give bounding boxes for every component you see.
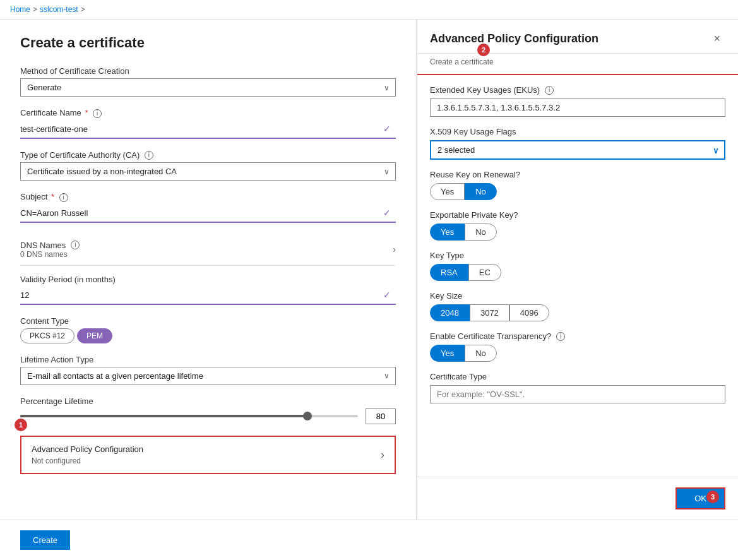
eku-label: Extended Key Usages (EKUs) i (430, 85, 725, 95)
advanced-policy-sub: Not configured (32, 456, 143, 465)
breadcrumb-sep1: > (33, 5, 37, 14)
slider-thumb[interactable] (303, 412, 312, 420)
content-type-toggle-group: PKCS #12 PEM (20, 328, 396, 343)
cert-transparency-label: Enable Certificate Transparency? i (430, 331, 725, 341)
left-panel: Create a certificate Method of Certifica… (0, 20, 417, 520)
eku-input[interactable] (430, 98, 725, 117)
cert-type-group: Certificate Type (430, 372, 725, 403)
badge-2: 2 (477, 44, 490, 56)
advanced-policy-title: Advanced Policy Configuration (32, 444, 143, 454)
ca-type-label: Type of Certificate Authority (CA) i (20, 150, 396, 160)
x509-select[interactable]: 2 selected (430, 140, 725, 160)
method-select-wrapper[interactable]: Generate (20, 78, 396, 97)
validity-check-icon: ✓ (383, 290, 391, 300)
validity-group: Validity Period (in months) ✓ (20, 275, 396, 305)
x509-label: X.509 Key Usage Flags (430, 127, 725, 136)
subject-input[interactable] (20, 205, 396, 222)
key-size-3072-btn[interactable]: 3072 (470, 304, 509, 321)
cert-transparency-info-icon[interactable]: i (556, 332, 565, 341)
cert-transparency-yes-btn[interactable]: Yes (430, 345, 465, 362)
key-type-toggle-group: RSA EC (430, 264, 725, 281)
lifetime-action-select[interactable]: E-mail all contacts at a given percentag… (20, 367, 396, 385)
validity-input-wrapper: ✓ (20, 287, 396, 305)
subject-input-wrapper: ✓ (20, 205, 396, 223)
panel-title: Advanced Policy Configuration (430, 32, 598, 45)
validity-input[interactable] (20, 287, 396, 304)
cert-name-label: Certificate Name * i (20, 108, 396, 118)
subject-group: Subject * i ✓ (20, 192, 396, 223)
reuse-key-no-btn[interactable]: No (465, 183, 497, 200)
x509-group: X.509 Key Usage Flags 2 selected (430, 127, 725, 160)
content-type-pem-btn[interactable]: PEM (77, 328, 112, 343)
key-size-4096-btn[interactable]: 4096 (509, 304, 549, 321)
key-type-group: Key Type RSA EC (430, 251, 725, 281)
page-title: Create a certificate (20, 35, 396, 51)
eku-group: Extended Key Usages (EKUs) i (430, 85, 725, 117)
cert-type-label: Certificate Type (430, 372, 725, 381)
subject-info-icon[interactable]: i (59, 193, 68, 202)
key-type-rsa-btn[interactable]: RSA (430, 264, 468, 281)
key-size-2048-btn[interactable]: 2048 (430, 304, 470, 321)
advanced-policy-chevron-icon[interactable]: › (381, 448, 384, 462)
exportable-no-btn[interactable]: No (465, 223, 497, 241)
percentage-lifetime-group: Percentage Lifetime 80 (20, 396, 396, 424)
cert-name-check-icon: ✓ (383, 124, 391, 134)
dns-count: 0 DNS names (20, 250, 80, 259)
ca-type-select[interactable]: Certificate issued by a non-integrated C… (20, 162, 396, 181)
lifetime-action-select-wrapper[interactable]: E-mail all contacts at a given percentag… (20, 367, 396, 385)
ca-type-info-icon[interactable]: i (145, 151, 153, 160)
eku-info-icon[interactable]: i (545, 86, 554, 95)
validity-label: Validity Period (in months) (20, 275, 396, 284)
lifetime-action-label: Lifetime Action Type (20, 355, 396, 364)
dns-info-icon[interactable]: i (71, 241, 80, 249)
badge-1: 1 (15, 419, 27, 431)
bottom-bar: Create (0, 520, 738, 560)
key-type-label: Key Type (430, 251, 725, 260)
ca-type-select-wrapper[interactable]: Certificate issued by a non-integrated C… (20, 162, 396, 181)
exportable-label: Exportable Private Key? (430, 210, 725, 220)
badge-3: 3 (706, 491, 719, 503)
cert-name-input[interactable] (20, 121, 396, 138)
reuse-key-yes-btn[interactable]: Yes (430, 183, 465, 200)
right-panel: Advanced Policy Configuration × Create a… (417, 20, 738, 520)
percentage-lifetime-label: Percentage Lifetime (20, 396, 396, 406)
panel-footer: OK (417, 477, 738, 520)
x509-select-wrapper[interactable]: 2 selected (430, 140, 725, 160)
close-button[interactable]: × (708, 30, 725, 48)
cert-name-input-wrapper: ✓ (20, 121, 396, 139)
ca-type-group: Type of Certificate Authority (CA) i Cer… (20, 150, 396, 181)
exportable-group: Exportable Private Key? Yes No (430, 210, 725, 241)
key-size-btn-group: 2048 3072 4096 (430, 304, 725, 321)
method-select[interactable]: Generate (20, 78, 396, 97)
slider-row: 80 (20, 408, 396, 424)
dns-names-content: DNS Names i 0 DNS names (20, 241, 80, 259)
cert-type-input[interactable] (430, 385, 725, 403)
advanced-policy-row[interactable]: Advanced Policy Configuration Not config… (20, 436, 396, 474)
content-type-pkcs-btn[interactable]: PKCS #12 (20, 328, 74, 343)
exportable-toggle-group: Yes No (430, 223, 725, 241)
content-type-label: Content Type (20, 316, 396, 326)
dns-names-row[interactable]: DNS Names i 0 DNS names › (20, 234, 396, 266)
subject-required: * (51, 192, 54, 201)
percentage-slider[interactable] (20, 415, 358, 417)
method-group: Method of Certificate Creation Generate (20, 66, 396, 97)
key-size-label: Key Size (430, 291, 725, 301)
breadcrumb-home[interactable]: Home (10, 5, 30, 14)
exportable-yes-btn[interactable]: Yes (430, 223, 465, 241)
panel-content: Extended Key Usages (EKUs) i X.509 Key U… (417, 75, 738, 477)
cert-name-required: * (85, 108, 88, 117)
cert-transparency-toggle-group: Yes No (430, 345, 725, 362)
cert-transparency-no-btn[interactable]: No (465, 345, 497, 362)
breadcrumb-sep2: > (81, 5, 85, 14)
key-size-group: Key Size 2048 3072 4096 (430, 291, 725, 321)
cert-transparency-group: Enable Certificate Transparency? i Yes N… (430, 331, 725, 362)
cert-name-info-icon[interactable]: i (93, 109, 102, 118)
content-type-group: Content Type PKCS #12 PEM (20, 316, 396, 343)
panel-header: Advanced Policy Configuration × (417, 20, 738, 54)
panel-subtitle: Create a certificate (417, 54, 738, 75)
breadcrumb-vault[interactable]: sslcom-test (40, 5, 78, 14)
create-button[interactable]: Create (20, 530, 70, 550)
dns-chevron-icon[interactable]: › (393, 244, 396, 254)
key-type-ec-btn[interactable]: EC (468, 264, 501, 281)
advanced-policy-content: Advanced Policy Configuration Not config… (32, 444, 143, 465)
